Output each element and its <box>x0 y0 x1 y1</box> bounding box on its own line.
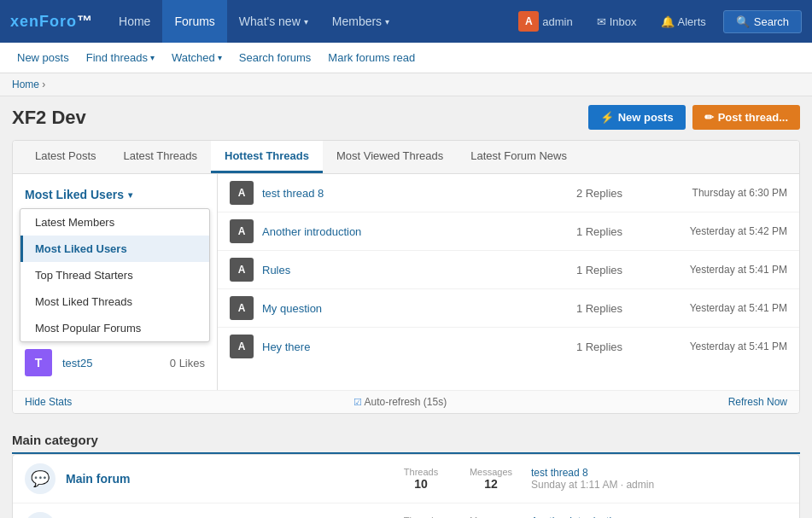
hide-stats-button[interactable]: Hide Stats <box>25 396 72 408</box>
thread-title-3[interactable]: My question <box>262 302 557 315</box>
list-item: 💬 Main forum Threads 10 Messages 12 test… <box>13 455 799 503</box>
thread-title-4[interactable]: Hey there <box>262 340 557 353</box>
members-chevron-icon: ▾ <box>385 17 389 26</box>
whats-new-chevron-icon: ▾ <box>304 17 308 26</box>
nav-tab-members[interactable]: Members ▾ <box>320 0 401 43</box>
lightning-icon: ⚡ <box>600 111 614 124</box>
top-nav: xenForo™ Home Forums What's new ▾ Member… <box>0 0 812 43</box>
dropdown-item-top-thread-starters[interactable]: Top Thread Starters <box>20 262 209 288</box>
page-title: XF2 Dev <box>12 107 86 129</box>
alerts-button[interactable]: 🔔 Alerts <box>654 12 713 32</box>
refresh-now-button[interactable]: Refresh Now <box>728 396 787 408</box>
thread-replies-2: 1 Replies <box>565 264 634 276</box>
forum-latest-0: test thread 8 Sunday at 1:11 AM · admin <box>531 467 787 491</box>
thread-avatar-3: A <box>230 296 254 320</box>
stats-footer: Hide Stats ☑ Auto-refresh (15s) Refresh … <box>13 390 799 413</box>
threads-list: A test thread 8 2 Replies Thursday at 6:… <box>218 174 799 390</box>
main-content: XF2 Dev ⚡ New posts ✏ Post thread... Lat… <box>0 96 812 518</box>
forum-name-0[interactable]: Main forum <box>66 472 381 486</box>
breadcrumb-home[interactable]: Home <box>12 79 39 90</box>
table-row: A My question 1 Replies Yesterday at 5:4… <box>218 289 799 328</box>
inbox-button[interactable]: ✉ Inbox <box>590 12 644 32</box>
forum-stats-threads-0: Threads 10 <box>391 467 451 491</box>
dropdown-panel: Most Liked Users ▾ Latest Members Most L… <box>13 174 218 390</box>
forum-latest-title-0[interactable]: test thread 8 <box>531 467 787 479</box>
thread-replies-1: 1 Replies <box>565 225 634 238</box>
thread-date-1: Yesterday at 5:42 PM <box>642 225 787 237</box>
dropdown-item-latest-members[interactable]: Latest Members <box>20 209 209 236</box>
bell-icon: 🔔 <box>661 15 675 28</box>
thread-avatar-4: A <box>230 335 254 358</box>
avatar: A <box>518 11 539 32</box>
nav-tabs: Home Forums What's new ▾ Members ▾ <box>107 0 511 43</box>
sub-nav-mark-read[interactable]: Mark forums read <box>321 43 422 73</box>
table-row: A Rules 1 Replies Yesterday at 5:41 PM <box>218 251 799 289</box>
thread-avatar-2: A <box>230 258 254 282</box>
tab-hottest-threads[interactable]: Hottest Threads <box>211 141 323 173</box>
sub-nav-new-posts[interactable]: New posts <box>10 43 76 73</box>
dropdown-item-most-liked-users[interactable]: Most Liked Users <box>20 236 209 262</box>
thread-date-2: Yesterday at 5:41 PM <box>642 264 787 276</box>
thread-avatar-1: A <box>230 219 254 243</box>
sub-nav-watched[interactable]: Watched ▾ <box>165 43 229 73</box>
sub-nav-search-forums[interactable]: Search forums <box>232 43 318 73</box>
logo-xen: xen <box>10 13 39 30</box>
logo: xenForo™ <box>10 13 93 31</box>
table-row: A Hey there 1 Replies Yesterday at 5:41 … <box>218 328 799 365</box>
category-title: Main category <box>12 426 800 454</box>
thread-title-0[interactable]: test thread 8 <box>262 187 557 200</box>
search-icon: 🔍 <box>736 15 750 28</box>
user-name[interactable]: test25 <box>62 357 160 370</box>
thread-avatar-0: A <box>230 181 254 205</box>
header-buttons: ⚡ New posts ✏ Post thread... <box>588 105 800 130</box>
nav-tab-home[interactable]: Home <box>107 0 162 43</box>
thread-replies-4: 1 Replies <box>565 340 634 353</box>
thread-replies-3: 1 Replies <box>565 302 634 315</box>
thread-date-3: Yesterday at 5:41 PM <box>642 302 787 314</box>
table-row: A Another introduction 1 Replies Yesterd… <box>218 212 799 251</box>
tab-latest-threads[interactable]: Latest Threads <box>110 141 211 173</box>
pencil-icon: ✏ <box>704 111 714 124</box>
thread-replies-0: 2 Replies <box>565 187 634 200</box>
dropdown-item-most-popular-forums[interactable]: Most Popular Forums <box>20 315 209 341</box>
page-header: XF2 Dev ⚡ New posts ✏ Post thread... <box>12 105 800 130</box>
find-threads-chevron-icon: ▾ <box>150 53 155 62</box>
forum-icon-1: 💬 <box>25 512 55 518</box>
thread-date-0: Thursday at 6:30 PM <box>642 187 787 199</box>
user-row: T test25 0 Likes <box>13 342 217 383</box>
stats-content: Most Liked Users ▾ Latest Members Most L… <box>13 174 799 390</box>
user-avatar: T <box>25 349 52 376</box>
sub-nav-find-threads[interactable]: Find threads ▾ <box>79 43 161 73</box>
envelope-icon: ✉ <box>597 15 606 28</box>
tab-most-viewed[interactable]: Most Viewed Threads <box>323 141 457 173</box>
forum-info-0: Main forum <box>66 472 381 486</box>
tab-latest-forum-news[interactable]: Latest Forum News <box>457 141 581 173</box>
nav-right: A admin ✉ Inbox 🔔 Alerts 🔍 Search <box>511 8 802 35</box>
dropdown-menu: Latest Members Most Liked Users Top Thre… <box>20 208 210 342</box>
search-button[interactable]: 🔍 Search <box>723 10 802 33</box>
post-thread-button[interactable]: ✏ Post thread... <box>692 105 800 130</box>
dropdown-header[interactable]: Most Liked Users ▾ <box>13 181 217 208</box>
forum-icon-0: 💬 <box>25 463 55 494</box>
tab-latest-posts[interactable]: Latest Posts <box>21 141 110 173</box>
dropdown-chevron-icon: ▾ <box>128 190 132 200</box>
admin-menu[interactable]: A admin <box>511 8 579 35</box>
thread-title-2[interactable]: Rules <box>262 264 557 276</box>
dropdown-item-most-liked-threads[interactable]: Most Liked Threads <box>20 288 209 315</box>
forum-latest-meta-0: Sunday at 1:11 AM · admin <box>531 479 787 491</box>
user-likes: 0 Likes <box>170 357 205 370</box>
table-row: A test thread 8 2 Replies Thursday at 6:… <box>218 174 799 212</box>
nav-tab-whatsnew[interactable]: What's new ▾ <box>227 0 320 43</box>
thread-date-4: Yesterday at 5:41 PM <box>642 340 787 352</box>
nav-tab-forums[interactable]: Forums <box>162 0 226 43</box>
category-block: Main category 💬 Main forum Threads 10 Me… <box>12 426 800 518</box>
watched-chevron-icon: ▾ <box>218 53 222 62</box>
breadcrumb: Home › <box>0 73 812 96</box>
forum-stats-messages-0: Messages 12 <box>461 467 521 491</box>
check-icon: ☑ <box>353 397 362 407</box>
admin-label: admin <box>542 15 572 28</box>
new-posts-button[interactable]: ⚡ New posts <box>588 105 686 130</box>
stats-tabs: Latest Posts Latest Threads Hottest Thre… <box>13 141 799 174</box>
auto-refresh-label: ☑ Auto-refresh (15s) <box>89 396 710 408</box>
thread-title-1[interactable]: Another introduction <box>262 225 557 238</box>
